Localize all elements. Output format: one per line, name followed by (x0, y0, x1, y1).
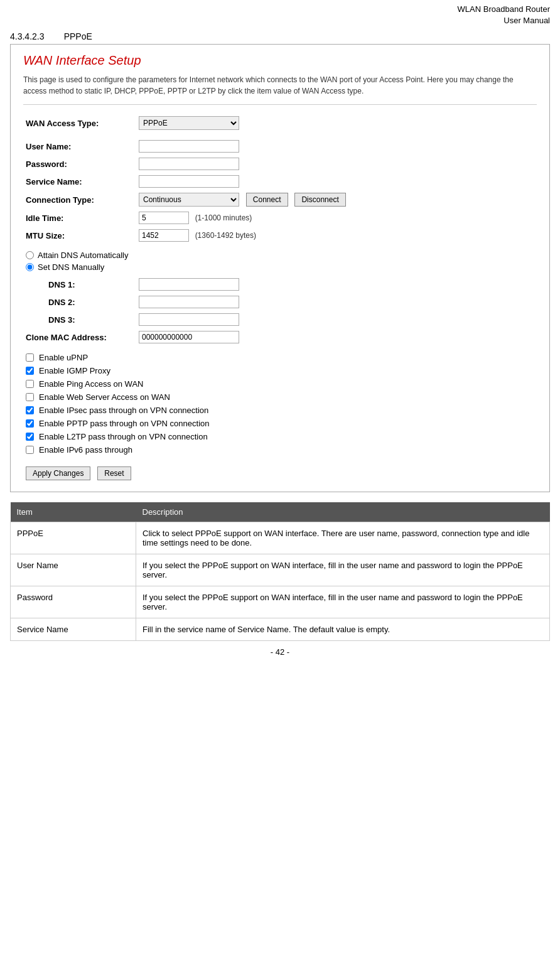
table-item-cell: Password (11, 586, 136, 618)
header-line1: WLAN Broadband Router (458, 4, 550, 14)
set-dns-row: Set DNS Manually (26, 261, 534, 273)
idle-time-note: (1-1000 minutes) (191, 213, 252, 222)
set-dns-label: Set DNS Manually (38, 262, 104, 272)
table-item-cell: PPPoE (11, 522, 136, 554)
ipv6-checkbox[interactable] (26, 446, 34, 454)
apply-changes-button[interactable]: Apply Changes (26, 466, 90, 480)
page-footer: - 42 - (0, 641, 560, 660)
dns1-cell (136, 276, 537, 293)
attain-dns-row: Attain DNS Automatically (26, 249, 534, 261)
table-row: Service NameFill in the service name of … (11, 618, 550, 641)
mtu-size-label: MTU Size: (23, 227, 136, 244)
table-desc-cell: If you select the PPPoE support on WAN i… (136, 586, 550, 618)
idle-time-cell: (1-1000 minutes) (136, 209, 537, 227)
connection-type-label: Connection Type: (23, 190, 136, 209)
mtu-size-input[interactable] (139, 229, 189, 242)
upnp-checkbox[interactable] (26, 353, 34, 362)
form-table: WAN Access Type: PPPoE User Name: Passwo… (23, 114, 537, 483)
l2tp-checkbox[interactable] (26, 433, 34, 441)
attain-dns-label: Attain DNS Automatically (38, 250, 129, 260)
service-name-cell (136, 173, 537, 190)
pptp-checkbox[interactable] (26, 419, 34, 428)
table-row: PasswordIf you select the PPPoE support … (11, 586, 550, 618)
password-input[interactable] (139, 158, 239, 170)
mtu-size-cell: (1360-1492 bytes) (136, 227, 537, 244)
checkbox-webserver: Enable Web Server Access on WAN (26, 391, 534, 404)
dns2-input[interactable] (139, 296, 239, 308)
password-row: Password: (23, 155, 537, 173)
service-name-label: Service Name: (23, 173, 136, 190)
password-cell (136, 155, 537, 173)
user-name-input[interactable] (139, 140, 239, 153)
webserver-checkbox[interactable] (26, 393, 34, 401)
connection-type-select[interactable]: Continuous (139, 193, 239, 207)
col-desc-header: Description (136, 502, 550, 522)
desc-table-header: Item Description (11, 502, 550, 522)
wan-access-type-row: WAN Access Type: PPPoE (23, 114, 537, 132)
disconnect-button[interactable]: Disconnect (294, 193, 345, 207)
checkbox-ping: Enable Ping Access on WAN (26, 377, 534, 391)
dns3-row: DNS 3: (23, 311, 537, 328)
section-title: PPPoE (64, 31, 92, 41)
table-row: User NameIf you select the PPPoE support… (11, 554, 550, 586)
set-dns-radio[interactable] (26, 263, 34, 271)
igmp-checkbox[interactable] (26, 367, 34, 375)
connection-type-row: Connection Type: Continuous Connect Disc… (23, 190, 537, 209)
page-number: - 42 - (271, 647, 289, 657)
checkbox-pptp: Enable PPTP pass through on VPN connecti… (26, 417, 534, 430)
wan-interface-box: WAN Interface Setup This page is used to… (10, 44, 550, 492)
user-name-cell (136, 137, 537, 155)
table-item-cell: User Name (11, 554, 136, 586)
dns2-cell (136, 293, 537, 311)
wan-box-description: This page is used to configure the param… (23, 74, 537, 105)
header-line2: User Manual (503, 16, 550, 25)
checkboxes-row: Enable uPNP Enable IGMP Proxy Enable Pin… (23, 346, 537, 459)
mtu-size-row: MTU Size: (1360-1492 bytes) (23, 227, 537, 244)
service-name-row: Service Name: (23, 173, 537, 190)
checkbox-upnp: Enable uPNP (26, 351, 534, 364)
checkbox-l2tp: Enable L2TP pass through on VPN connecti… (26, 430, 534, 443)
user-name-label: User Name: (23, 137, 136, 155)
reset-button[interactable]: Reset (97, 466, 131, 480)
dns3-input[interactable] (139, 313, 239, 326)
clone-mac-cell (136, 328, 537, 346)
wan-access-type-cell: PPPoE (136, 114, 537, 132)
wan-box-title: WAN Interface Setup (23, 53, 537, 68)
attain-dns-radio[interactable] (26, 251, 34, 259)
checkbox-igmp: Enable IGMP Proxy (26, 364, 534, 377)
dns1-label: DNS 1: (23, 276, 136, 293)
dns1-input[interactable] (139, 278, 239, 291)
description-table: Item Description PPPoEClick to select PP… (10, 502, 550, 641)
user-name-row: User Name: (23, 137, 537, 155)
wan-access-type-label: WAN Access Type: (23, 114, 136, 132)
idle-time-row: Idle Time: (1-1000 minutes) (23, 209, 537, 227)
checkbox-ipv6: Enable IPv6 pass through (26, 443, 534, 456)
ipsec-checkbox[interactable] (26, 406, 34, 414)
dns-radio-row1: Attain DNS Automatically Set DNS Manuall… (23, 244, 537, 276)
table-item-cell: Service Name (11, 618, 136, 641)
page-header: WLAN Broadband Router User Manual (0, 0, 560, 28)
connection-type-cell: Continuous Connect Disconnect (136, 190, 537, 209)
table-desc-cell: Fill in the service name of Service Name… (136, 618, 550, 641)
clone-mac-label: Clone MAC Address: (23, 328, 136, 346)
apply-row: Apply Changes Reset (23, 459, 537, 483)
ping-checkbox[interactable] (26, 380, 34, 388)
dns2-row: DNS 2: (23, 293, 537, 311)
section-heading: 4.3.4.2.3 PPPoE (0, 28, 560, 44)
col-item-header: Item (11, 502, 136, 522)
wan-access-type-select[interactable]: PPPoE (139, 116, 239, 130)
dns3-cell (136, 311, 537, 328)
idle-time-label: Idle Time: (23, 209, 136, 227)
table-row: PPPoEClick to select PPPoE support on WA… (11, 522, 550, 554)
checkbox-ipsec: Enable IPsec pass through on VPN connect… (26, 404, 534, 417)
idle-time-input[interactable] (139, 212, 189, 224)
section-number: 4.3.4.2.3 (10, 31, 45, 41)
dns2-label: DNS 2: (23, 293, 136, 311)
table-desc-cell: Click to select PPPoE support on WAN int… (136, 522, 550, 554)
service-name-input[interactable] (139, 175, 239, 188)
table-desc-cell: If you select the PPPoE support on WAN i… (136, 554, 550, 586)
clone-mac-input[interactable] (139, 331, 239, 343)
clone-mac-row: Clone MAC Address: (23, 328, 537, 346)
connect-button[interactable]: Connect (246, 193, 288, 207)
password-label: Password: (23, 155, 136, 173)
